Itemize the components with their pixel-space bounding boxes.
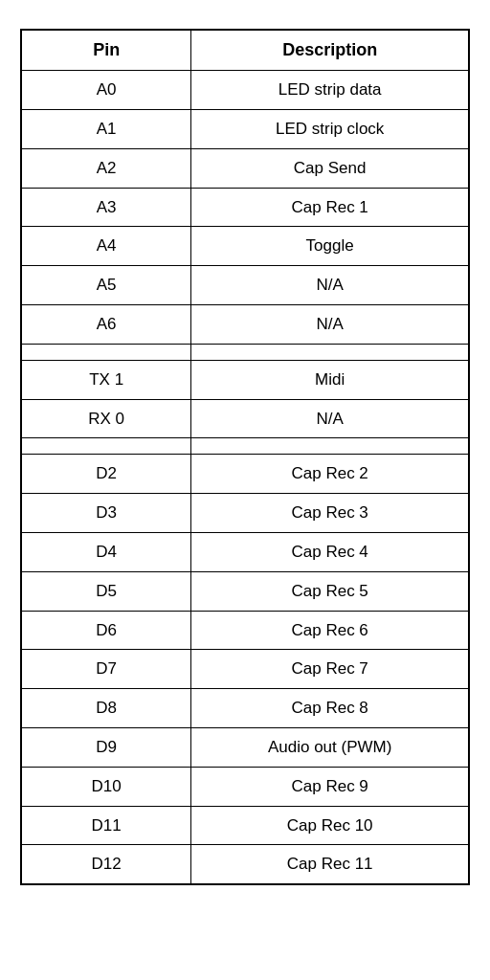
pin-header: Pin [21,30,191,71]
pin-cell: D8 [21,689,191,728]
description-cell: Cap Rec 11 [191,845,469,884]
pin-cell: D6 [21,611,191,650]
table-row: D6Cap Rec 6 [21,611,469,650]
table-row: RX 0N/A [21,399,469,438]
table-row: D9Audio out (PWM) [21,727,469,767]
description-cell: LED strip clock [191,109,469,148]
pin-cell [21,438,191,455]
pin-cell: A0 [21,71,191,110]
table-row: D7Cap Rec 7 [21,650,469,689]
pin-table-container: Pin Description A0LED strip dataA1LED st… [20,29,470,885]
description-cell: Cap Rec 4 [191,532,469,571]
description-cell: Cap Rec 2 [191,455,469,494]
description-cell [191,438,469,455]
table-row: D12Cap Rec 11 [21,845,469,884]
table-row [21,344,469,360]
table-row: A4Toggle [21,227,469,266]
description-cell: Cap Rec 5 [191,571,469,611]
pin-cell: D3 [21,494,191,533]
table-row: D4Cap Rec 4 [21,532,469,571]
pin-cell: D11 [21,806,191,845]
table-row: A5N/A [21,266,469,305]
description-cell: Cap Rec 3 [191,494,469,533]
description-cell: Cap Rec 1 [191,188,469,227]
table-row: D10Cap Rec 9 [21,767,469,806]
table-row: D3Cap Rec 3 [21,494,469,533]
table-row: TX 1Midi [21,360,469,399]
pin-cell: TX 1 [21,360,191,399]
pin-cell: D9 [21,727,191,767]
description-cell: Cap Rec 6 [191,611,469,650]
pin-cell: D4 [21,532,191,571]
pin-cell: D7 [21,650,191,689]
description-cell: Toggle [191,227,469,266]
description-cell: Audio out (PWM) [191,727,469,767]
description-cell: Cap Send [191,148,469,188]
description-cell: Cap Rec 7 [191,650,469,689]
pin-cell: A5 [21,266,191,305]
description-cell: N/A [191,266,469,305]
pin-cell: D12 [21,845,191,884]
pin-cell: D2 [21,455,191,494]
pin-cell: A3 [21,188,191,227]
table-header-row: Pin Description [21,30,469,71]
table-row [21,438,469,455]
pin-cell: D10 [21,767,191,806]
pin-cell: A1 [21,109,191,148]
table-row: A3Cap Rec 1 [21,188,469,227]
table-row: D5Cap Rec 5 [21,571,469,611]
table-row: A0LED strip data [21,71,469,110]
pin-description-table: Pin Description A0LED strip dataA1LED st… [20,29,470,885]
description-cell: Cap Rec 10 [191,806,469,845]
description-cell: N/A [191,304,469,344]
description-cell: N/A [191,399,469,438]
description-cell [191,344,469,360]
description-cell: LED strip data [191,71,469,110]
table-row: D2Cap Rec 2 [21,455,469,494]
description-cell: Cap Rec 8 [191,689,469,728]
description-cell: Midi [191,360,469,399]
pin-cell: A4 [21,227,191,266]
table-row: A6N/A [21,304,469,344]
table-row: D11Cap Rec 10 [21,806,469,845]
table-row: A1LED strip clock [21,109,469,148]
table-row: A2Cap Send [21,148,469,188]
pin-cell: RX 0 [21,399,191,438]
table-row: D8Cap Rec 8 [21,689,469,728]
pin-cell: A6 [21,304,191,344]
pin-cell [21,344,191,360]
pin-cell: D5 [21,571,191,611]
pin-cell: A2 [21,148,191,188]
description-header: Description [191,30,469,71]
description-cell: Cap Rec 9 [191,767,469,806]
